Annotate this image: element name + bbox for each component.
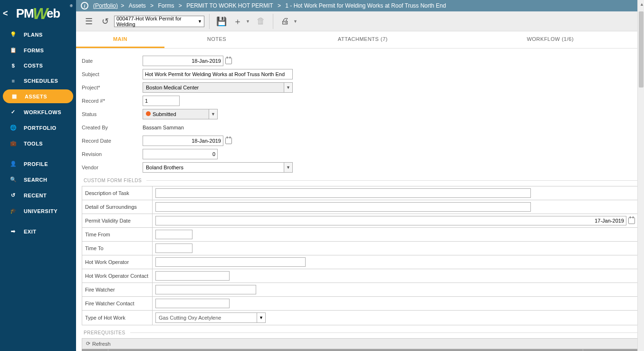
cf-validity-input[interactable] [155, 216, 626, 225]
sidebar-item-plans[interactable]: 💡PLANS [0, 27, 76, 42]
subject-label: Subject [82, 71, 143, 77]
sidebar-item-schedules[interactable]: ≡SCHEDULES [0, 73, 76, 88]
subject-input[interactable] [143, 69, 293, 79]
cf-validity-label: Permit Validity Date [82, 214, 153, 228]
vendor-select[interactable]: Boland Brothers▼ [143, 162, 293, 173]
date-label: Date [82, 58, 143, 64]
sidebar-item-profile[interactable]: 👤PROFILE [0, 156, 76, 172]
calendar-icon[interactable] [225, 58, 232, 64]
status-dot-icon [146, 111, 151, 116]
recordno-input[interactable] [143, 96, 180, 106]
sidebar-item-label: PROFILE [24, 161, 48, 167]
sidebar-item-label: FORMS [24, 48, 44, 53]
sidebar-item-workflows[interactable]: ✓WORKFLOWS [0, 104, 76, 120]
sidebar-item-assets[interactable]: ▦ASSETS [3, 89, 73, 103]
recordno-label: Record #* [82, 98, 143, 104]
status-label: Status [82, 111, 143, 117]
date-input[interactable] [143, 56, 223, 66]
scrollbar[interactable]: ▲ [637, 0, 644, 351]
sidebar-item-label: RECENT [24, 193, 47, 198]
sidebar-item-forms[interactable]: 📋FORMS [0, 42, 76, 58]
schedules-icon: ≡ [8, 78, 19, 84]
custom-section-title: CUSTOM FORM FIELDS [84, 178, 638, 183]
scroll-up-icon[interactable]: ▲ [640, 2, 644, 7]
sidebar-item-label: WORKFLOWS [24, 109, 61, 115]
sidebar-item-exit[interactable]: ➡EXIT [0, 224, 76, 239]
cf-firewatcher-input[interactable] [155, 285, 256, 294]
search-icon: 🔍 [8, 176, 19, 183]
sidebar-item-label: UNIVERSITY [24, 208, 58, 214]
workflows-icon: ✓ [8, 109, 19, 115]
sidebar-item-label: PLANS [24, 32, 43, 38]
sidebar-item-tools[interactable]: 💼TOOLS [0, 136, 76, 151]
cf-type-label: Type of Hot Work [82, 311, 153, 325]
cf-surround-input[interactable] [155, 202, 531, 212]
tools-icon: 💼 [8, 140, 19, 146]
cf-fwcontact-input[interactable] [155, 299, 230, 308]
tab-notes[interactable]: NOTES [164, 31, 269, 48]
record-selector[interactable]: 000477-Hot Work Permit for Welding▼ [114, 16, 204, 27]
cf-desc-label: Description of Task [82, 186, 153, 200]
revision-input[interactable] [143, 149, 218, 159]
cf-operator-input[interactable] [155, 257, 306, 267]
tab-main[interactable]: MAIN [76, 31, 164, 48]
portfolio-icon: 🌐 [8, 125, 19, 131]
createdby-value: Bassam Samman [143, 125, 184, 130]
scroll-thumb[interactable] [639, 11, 644, 88]
plans-icon: 💡 [8, 31, 19, 38]
recorddate-input[interactable] [143, 136, 223, 146]
breadcrumb: i (Portfolio) > Assets > Forms > PERMIT … [76, 0, 644, 11]
toolbar: ☰ ↺ 000477-Hot Work Permit for Welding▼ … [76, 11, 644, 31]
createdby-label: Created By [82, 125, 143, 130]
sidebar-item-label: SCHEDULES [24, 78, 58, 84]
tab-attachments[interactable]: ATTACHMENTS (7) [269, 31, 457, 48]
breadcrumb-record: 1 - Hot Work Permit for Welding Works at… [285, 2, 446, 9]
cf-surround-label: Detail of Surroundings [82, 200, 153, 214]
cf-timeto-input[interactable] [155, 244, 192, 253]
history-icon[interactable]: ↺ [98, 14, 112, 29]
status-select[interactable]: Submitted▼ [143, 109, 218, 119]
calendar-icon[interactable] [225, 137, 232, 144]
cf-opcontact-label: Hot Work Operator Contact [82, 269, 153, 283]
prereq-header: NO. PREREQUISITES CHECKED [82, 349, 638, 351]
recorddate-label: Record Date [82, 138, 143, 144]
vendor-label: Vendor [82, 165, 143, 170]
cf-timeto-label: Time To [82, 242, 153, 255]
sidebar-item-label: TOOLS [24, 141, 43, 146]
breadcrumb-portfolio[interactable]: (Portfolio) [93, 2, 118, 9]
delete-icon[interactable]: 🗑 [254, 14, 268, 29]
tab-workflow[interactable]: WORKFLOW (1/6) [457, 31, 644, 48]
custom-fields-table: Description of Task Detail of Surroundin… [82, 186, 638, 325]
print-icon[interactable]: 🖨 [278, 14, 292, 29]
project-select[interactable]: Boston Medical Center▼ [143, 82, 293, 93]
breadcrumb-assets[interactable]: Assets [129, 2, 146, 9]
info-icon[interactable]: i [81, 2, 88, 10]
sidebar-item-label: ASSETS [25, 94, 47, 99]
sidebar-item-label: EXIT [24, 229, 36, 234]
revision-label: Revision [82, 151, 143, 157]
cf-opcontact-input[interactable] [155, 271, 230, 281]
sidebar-item-university[interactable]: 🎓UNIVERSITY [0, 203, 76, 219]
cf-timefrom-label: Time From [82, 228, 153, 242]
tabs: MAIN NOTES ATTACHMENTS (7) WORKFLOW (1/6… [76, 31, 644, 49]
list-icon[interactable]: ☰ [82, 14, 96, 29]
breadcrumb-template[interactable]: PERMIT TO WORK HOT PERMIT [186, 2, 273, 9]
sidebar: < PMWeb ® 💡PLANS📋FORMS$COSTS≡SCHEDULES▦A… [0, 0, 76, 351]
calendar-icon[interactable] [628, 217, 635, 224]
refresh-button[interactable]: ⟳Refresh [82, 338, 638, 349]
project-label: Project* [82, 85, 143, 90]
logo: < PMWeb ® [0, 0, 76, 27]
cf-timefrom-input[interactable] [155, 230, 192, 239]
sidebar-item-costs[interactable]: $COSTS [0, 58, 76, 73]
recent-icon: ↺ [8, 192, 19, 198]
save-icon[interactable]: 💾 [214, 14, 229, 29]
cf-type-select[interactable]: Gas Cutting Oxy Acetylene▼ [155, 312, 266, 323]
breadcrumb-forms[interactable]: Forms [158, 2, 174, 9]
sidebar-item-search[interactable]: 🔍SEARCH [0, 172, 76, 187]
sidebar-item-recent[interactable]: ↺RECENT [0, 187, 76, 203]
university-icon: 🎓 [8, 208, 19, 214]
costs-icon: $ [8, 63, 19, 68]
sidebar-item-portfolio[interactable]: 🌐PORTFOLIO [0, 120, 76, 136]
cf-desc-input[interactable] [155, 188, 531, 198]
add-icon[interactable]: ＋ [231, 14, 245, 29]
